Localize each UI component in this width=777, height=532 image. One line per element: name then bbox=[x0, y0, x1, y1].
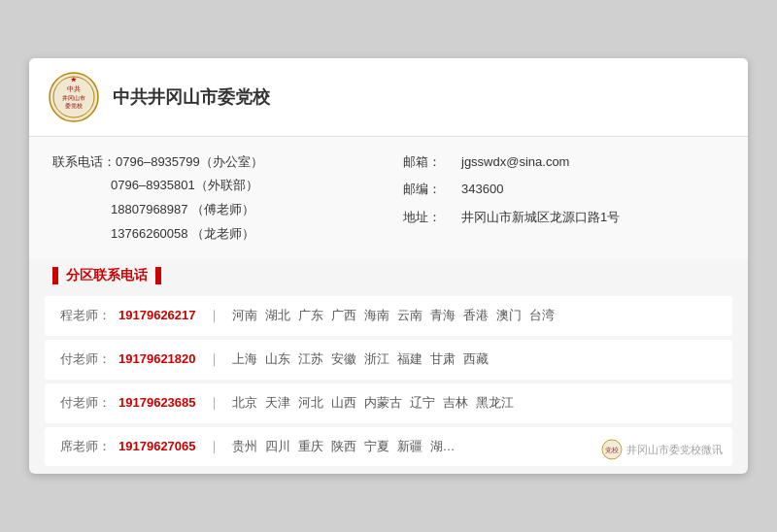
postcode-row: 邮编： 343600 bbox=[403, 178, 725, 202]
svg-text:井冈山市: 井冈山市 bbox=[62, 94, 85, 101]
region-row-3: 席老师： 19179627065 ｜ 贵州 四川 重庆 陕西 宁夏 新疆 湖… … bbox=[45, 427, 732, 467]
separator-2: ｜ bbox=[208, 393, 220, 414]
header-section: 中共 井冈山市 委党校 中共井冈山市委党校 bbox=[29, 58, 748, 137]
watermark-text: 井冈山市委党校微讯 bbox=[626, 442, 723, 459]
teacher-phone-2: 19179623685 bbox=[118, 393, 196, 414]
svg-text:委党校: 委党校 bbox=[65, 102, 83, 109]
teacher-name-1: 付老师： bbox=[60, 349, 111, 370]
region-row-0: 程老师： 19179626217 ｜ 河南 湖北 广东 广西 海南 云南 青海 … bbox=[45, 296, 732, 336]
phone-row-1: 联系电话： 0796–8935799（办公室） bbox=[52, 150, 374, 175]
postcode-label: 邮编： bbox=[403, 178, 461, 202]
school-logo-icon: 中共 井冈山市 委党校 bbox=[49, 72, 99, 122]
phone-value-3: 18807968987 （傅老师） bbox=[111, 202, 254, 216]
contact-left: 联系电话： 0796–8935799（办公室） 0796–8935801（外联部… bbox=[52, 150, 374, 247]
email-row: 邮箱： jgsswdx@sina.com bbox=[403, 150, 725, 175]
phone-row-4: 13766260058 （龙老师） bbox=[52, 222, 374, 247]
regions-2: 北京 天津 河北 山西 内蒙古 辽宁 吉林 黑龙江 bbox=[232, 393, 514, 414]
phone-label: 联系电话： bbox=[52, 150, 116, 175]
divider-section: 分区联系电话 bbox=[29, 259, 748, 292]
main-card: 中共 井冈山市 委党校 中共井冈山市委党校 联系电话： 0796–8935799… bbox=[29, 58, 748, 475]
postcode-value: 343600 bbox=[461, 178, 503, 202]
phone-value-1: 0796–8935799（办公室） bbox=[116, 150, 263, 175]
regions-1: 上海 山东 江苏 安徽 浙江 福建 甘肃 西藏 bbox=[232, 349, 489, 370]
phone-row-2: 0796–8935801（外联部） bbox=[52, 174, 374, 198]
regions-0: 河南 湖北 广东 广西 海南 云南 青海 香港 澳门 台湾 bbox=[232, 306, 555, 326]
regions-3: 贵州 四川 重庆 陕西 宁夏 新疆 湖… bbox=[232, 437, 456, 457]
teacher-phone-0: 19179626217 bbox=[118, 306, 196, 326]
region-row-2: 付老师： 19179623685 ｜ 北京 天津 河北 山西 内蒙古 辽宁 吉林… bbox=[45, 383, 732, 423]
teacher-phone-3: 19179627065 bbox=[118, 437, 196, 457]
email-label: 邮箱： bbox=[403, 150, 461, 175]
svg-text:中共: 中共 bbox=[67, 85, 81, 93]
email-value: jgsswdx@sina.com bbox=[461, 150, 569, 175]
watermark-overlay: 党校 井冈山市委党校微讯 bbox=[601, 439, 723, 460]
phone-row-3: 18807968987 （傅老师） bbox=[52, 198, 374, 222]
watermark-logo-icon: 党校 bbox=[601, 439, 623, 460]
address-row: 地址： 井冈山市新城区龙源口路1号 bbox=[403, 206, 725, 230]
separator-0: ｜ bbox=[208, 306, 220, 326]
divider-bar-left bbox=[52, 267, 58, 284]
separator-3: ｜ bbox=[208, 437, 220, 457]
phone-value-2: 0796–8935801（外联部） bbox=[111, 178, 258, 192]
address-value: 井冈山市新城区龙源口路1号 bbox=[461, 206, 620, 230]
school-title: 中共井冈山市委党校 bbox=[113, 85, 270, 109]
separator-1: ｜ bbox=[208, 349, 220, 370]
region-row-1: 付老师： 19179621820 ｜ 上海 山东 江苏 安徽 浙江 福建 甘肃 … bbox=[45, 340, 732, 380]
teacher-phone-1: 19179621820 bbox=[118, 349, 196, 370]
teacher-name-3: 席老师： bbox=[60, 437, 111, 457]
contact-section: 联系电话： 0796–8935799（办公室） 0796–8935801（外联部… bbox=[29, 137, 748, 260]
address-label: 地址： bbox=[403, 206, 461, 230]
contact-right: 邮箱： jgsswdx@sina.com 邮编： 343600 地址： 井冈山市… bbox=[403, 150, 725, 247]
phone-value-4: 13766260058 （龙老师） bbox=[111, 226, 254, 241]
teacher-name-2: 付老师： bbox=[60, 393, 111, 414]
divider-text: 分区联系电话 bbox=[66, 267, 148, 284]
teacher-name-0: 程老师： bbox=[60, 306, 111, 326]
divider-bar-right bbox=[155, 267, 161, 284]
svg-text:党校: 党校 bbox=[605, 447, 619, 454]
